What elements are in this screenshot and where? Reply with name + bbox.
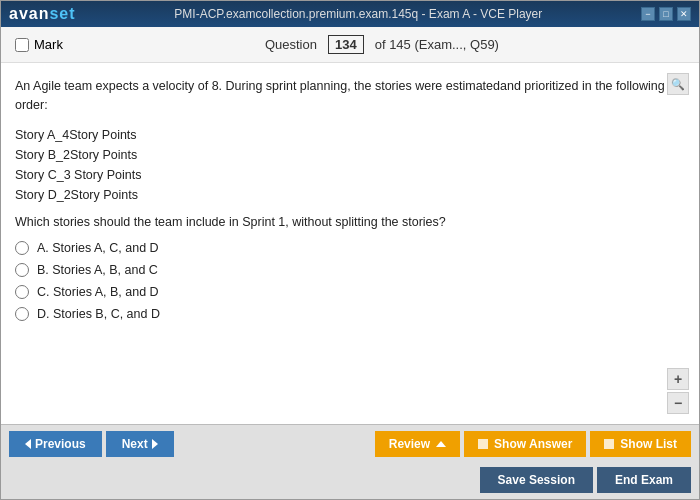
answer-text-d: D. Stories B, C, and D [37,307,160,321]
next-arrow-icon [152,439,158,449]
zoom-controls: + − [667,368,689,414]
window-title: PMI-ACP.examcollection.premium.exam.145q… [76,7,641,21]
answer-option-b: B. Stories A, B, and C [15,263,685,277]
previous-arrow-icon [25,439,31,449]
mark-label[interactable]: Mark [34,37,63,52]
bottom-toolbar: Previous Next Review Show Answer Sh [1,424,699,499]
show-answer-icon [478,439,488,449]
title-bar-left: avanset [9,5,76,23]
logo: avanset [9,5,76,23]
sidebar-tools: 🔍 [667,73,689,101]
question-info: Question 134 of 145 (Exam..., Q59) [79,35,685,54]
previous-label: Previous [35,437,86,451]
previous-button[interactable]: Previous [9,431,102,457]
answer-option-a: A. Stories A, C, and D [15,241,685,255]
story-item: Story D_2Story Points [15,185,685,205]
close-button[interactable]: ✕ [677,7,691,21]
answer-text-c: C. Stories A, B, and D [37,285,159,299]
show-answer-button[interactable]: Show Answer [464,431,586,457]
next-label: Next [122,437,148,451]
show-answer-label: Show Answer [494,437,572,451]
answer-text-b: B. Stories A, B, and C [37,263,158,277]
logo-part2: set [49,5,75,22]
question-total: of 145 (Exam..., Q59) [375,37,499,52]
review-arrow-icon [436,441,446,447]
content-area: Mark Question 134 of 145 (Exam..., Q59) … [1,27,699,499]
show-list-icon [604,439,614,449]
question-text: An Agile team expects a velocity of 8. D… [15,77,685,115]
question-header: Mark Question 134 of 145 (Exam..., Q59) [1,27,699,63]
review-button[interactable]: Review [375,431,460,457]
answer-option-d: D. Stories B, C, and D [15,307,685,321]
radio-b[interactable] [15,263,29,277]
story-item: Story A_4Story Points [15,125,685,145]
zoom-in-button[interactable]: + [667,368,689,390]
question-body: 🔍 An Agile team expects a velocity of 8.… [1,63,699,424]
minimize-button[interactable]: − [641,7,655,21]
mark-checkbox[interactable] [15,38,29,52]
story-list: Story A_4Story Points Story B_2Story Poi… [15,125,685,205]
question-label: Question [265,37,317,52]
window-controls: − □ ✕ [641,7,691,21]
toolbar-row2: Save Session End Exam [1,463,699,499]
main-window: avanset PMI-ACP.examcollection.premium.e… [0,0,700,500]
logo-part1: avan [9,5,49,22]
radio-c[interactable] [15,285,29,299]
save-session-button[interactable]: Save Session [480,467,593,493]
next-button[interactable]: Next [106,431,174,457]
show-list-label: Show List [620,437,677,451]
show-list-button[interactable]: Show List [590,431,691,457]
question-prompt: Which stories should the team include in… [15,215,685,229]
answer-text-a: A. Stories A, C, and D [37,241,159,255]
search-icon[interactable]: 🔍 [667,73,689,95]
zoom-out-button[interactable]: − [667,392,689,414]
radio-d[interactable] [15,307,29,321]
answer-options: A. Stories A, C, and D B. Stories A, B, … [15,241,685,321]
story-item: Story B_2Story Points [15,145,685,165]
question-number: 134 [328,35,364,54]
search-icon-container: 🔍 [667,73,689,95]
maximize-button[interactable]: □ [659,7,673,21]
end-exam-button[interactable]: End Exam [597,467,691,493]
review-label: Review [389,437,430,451]
radio-a[interactable] [15,241,29,255]
answer-option-c: C. Stories A, B, and D [15,285,685,299]
mark-container: Mark [15,37,63,52]
story-item: Story C_3 Story Points [15,165,685,185]
title-bar: avanset PMI-ACP.examcollection.premium.e… [1,1,699,27]
toolbar-row1: Previous Next Review Show Answer Sh [1,425,699,463]
